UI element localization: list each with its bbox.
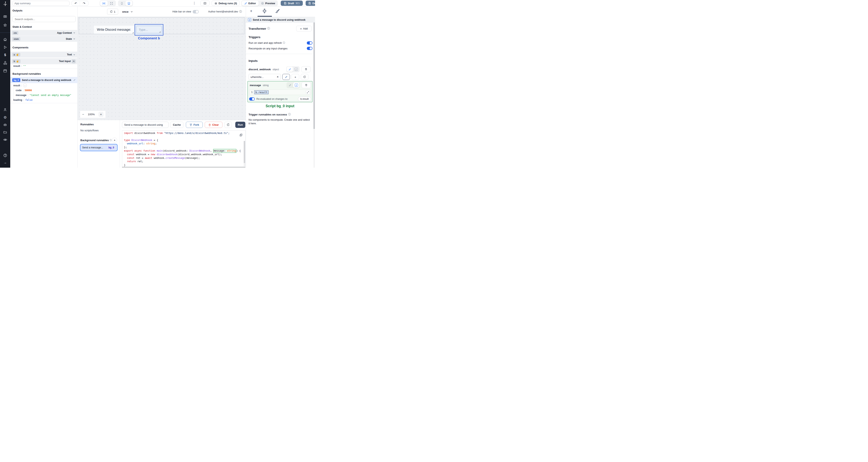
refresh-resource-button[interactable] — [301, 74, 308, 80]
output-row-state[interactable]: state State — [10, 36, 78, 42]
info-icon[interactable]: ⓘ — [239, 10, 242, 13]
copy-code-icon[interactable] — [240, 134, 243, 136]
script-name-input[interactable] — [122, 122, 168, 128]
refresh-count-button[interactable]: 1 — [107, 9, 118, 15]
reeval-toggle[interactable] — [249, 97, 255, 101]
expression-value[interactable]: b.result — [254, 90, 269, 94]
edit-pencil-icon[interactable] — [73, 79, 75, 81]
selected-runnable-title: Send a message to discord using webhook — [253, 18, 305, 21]
field2-connect-plug-button[interactable] — [302, 82, 311, 88]
docs-book-button[interactable] — [200, 1, 210, 6]
code-horizontal-scrollbar[interactable] — [122, 167, 245, 168]
cache-button[interactable]: Cache — [170, 122, 183, 128]
draft-label: Draft — [288, 2, 294, 5]
chevron-down-icon[interactable] — [73, 38, 75, 40]
workers-icon[interactable] — [0, 123, 10, 127]
trigger1-label: Run on start and app refresh — [249, 41, 282, 44]
app-canvas[interactable]: Write Discord message: Type... Component… — [78, 17, 246, 120]
mobile-icon[interactable] — [118, 1, 125, 6]
right-panel-scrollbar[interactable] — [313, 23, 315, 168]
resource-picker[interactable]: u/henri/te... ✕ — [249, 74, 281, 80]
runnables-panel: Runnables No scripts/flows Background ru… — [78, 120, 120, 168]
chevron-up-icon[interactable] — [72, 59, 75, 63]
run-on-start-toggle[interactable] — [307, 41, 312, 44]
state-type-label: State — [66, 38, 72, 40]
fork-button[interactable]: Fork — [186, 122, 203, 128]
selected-component-b[interactable]: Type... — [135, 24, 163, 36]
text-component-a[interactable]: Write Discord message: — [94, 26, 134, 34]
chevron-down-icon[interactable] — [73, 54, 75, 56]
insert-component-plus-icon[interactable]: + — [250, 9, 252, 13]
recompute-toggle[interactable] — [307, 47, 312, 50]
styling-brush-icon[interactable] — [275, 9, 280, 13]
kebab-menu-icon[interactable]: ⋮ — [193, 1, 196, 5]
search-outputs-input[interactable] — [12, 16, 76, 22]
collapse-arrow-icon[interactable]: → — [0, 161, 10, 165]
editor-refresh-button[interactable] — [224, 122, 232, 128]
eval-mode-function-icon[interactable]: f — [293, 82, 299, 88]
edit-resource-button[interactable] — [282, 74, 290, 80]
user-icon[interactable] — [0, 108, 10, 112]
undo-button[interactable]: ↶ — [72, 2, 80, 5]
code-editor[interactable]: import discordwebhook from "https://deno… — [122, 130, 246, 167]
home-icon[interactable] — [0, 38, 10, 41]
debug-runs-label: Debug runs (3) — [219, 2, 237, 5]
settings-gear-icon[interactable]: ⚙ — [0, 115, 10, 120]
clear-button[interactable]: Clear — [205, 122, 222, 128]
component-settings-icon[interactable] — [262, 8, 267, 13]
add-background-runnable-button[interactable]: + — [112, 137, 117, 142]
help-icon[interactable] — [0, 154, 10, 157]
expression-editor[interactable]: 1 b.result — [249, 89, 311, 95]
runnables-empty: No scripts/flows — [81, 129, 99, 132]
runnable-item-bg0[interactable]: Send a message... bg_0 — [80, 144, 118, 151]
add-transformer-button[interactable]: + Add — [296, 26, 312, 32]
windmill-logo[interactable] — [0, 1, 10, 6]
clear-resource-icon[interactable]: ✕ — [277, 75, 279, 78]
eval-mode-function-icon[interactable]: f — [293, 67, 299, 72]
app-summary-input[interactable] — [12, 1, 69, 6]
folders-icon[interactable] — [0, 130, 10, 134]
new-resource-button[interactable]: + — [291, 74, 299, 80]
schedules-calendar-icon[interactable] — [0, 69, 10, 73]
static-mode-pencil-icon[interactable] — [287, 67, 293, 72]
audit-eye-icon[interactable] — [0, 138, 10, 142]
draft-button[interactable]: Draft ⌘S — [281, 1, 303, 6]
collapse-toggle[interactable]: - — [23, 84, 27, 87]
bg0-result-row[interactable]: result: - — [13, 84, 27, 87]
bg0-row[interactable]: bg_0 Send a message to discord using web… — [10, 77, 78, 83]
schedule-dropdown[interactable]: once — [122, 9, 133, 15]
expand-editor-icon[interactable] — [306, 90, 310, 94]
text-input-component[interactable]: Type... — [136, 26, 162, 33]
favorites-star-icon[interactable] — [0, 23, 10, 27]
hide-bar-toggle[interactable] — [193, 10, 199, 13]
zoom-in-button[interactable]: + — [98, 112, 103, 117]
state-badge: state — [12, 37, 20, 41]
static-mode-pencil-icon[interactable] — [287, 82, 293, 88]
trigger-success-empty-text: No components to recompute. Create one a… — [249, 118, 311, 125]
code-vertical-scrollbar[interactable] — [244, 141, 245, 167]
b-result-row[interactable]: result: "" — [13, 63, 26, 69]
deploy-button[interactable]: Deploy — [306, 1, 315, 6]
plus-icon: + — [294, 75, 297, 79]
resize-handle[interactable] — [132, 32, 134, 33]
resources-cubes-icon[interactable] — [0, 61, 10, 65]
reeval-target-button[interactable]: b.result — [298, 97, 311, 101]
fullscreen-icon[interactable] — [108, 1, 115, 6]
component-row-a[interactable]: a☝ Text — [10, 52, 78, 58]
redo-button[interactable]: ↷ — [80, 2, 88, 5]
field1-connect-plug-button[interactable] — [301, 66, 311, 72]
chevron-down-icon[interactable] — [73, 32, 75, 34]
cache-label: Cache — [173, 123, 181, 126]
run-button[interactable]: Run — [235, 122, 245, 128]
debug-runs-button[interactable]: Debug runs (3) — [212, 1, 240, 6]
desktop-icon[interactable] — [125, 1, 132, 6]
tab-preview[interactable]: Preview — [258, 1, 277, 6]
center-layout-icon[interactable] — [100, 1, 108, 6]
zoom-out-button[interactable]: − — [82, 113, 84, 116]
tab-editor[interactable]: Editor — [242, 1, 258, 6]
billing-dollar-icon[interactable]: $ — [0, 53, 10, 57]
runs-play-icon[interactable] — [0, 45, 10, 49]
resize-handle[interactable] — [159, 31, 160, 33]
output-row-ctx[interactable]: ctx App Context — [10, 30, 78, 36]
apps-icon[interactable] — [0, 15, 10, 19]
